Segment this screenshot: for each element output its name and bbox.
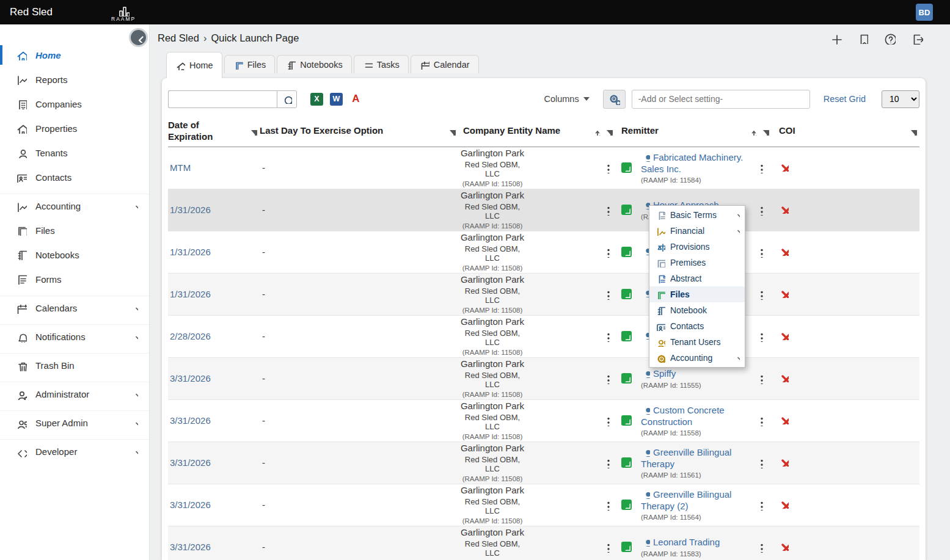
sidebar-item-contacts[interactable]: Contacts [0,165,149,189]
add-button[interactable] [830,32,842,45]
menu-item-financial[interactable]: Financial [649,223,745,239]
company-menu-kebab[interactable] [601,162,612,173]
menu-item-provisions[interactable]: Provisions [649,239,745,255]
coi-missing-icon[interactable] [779,246,789,256]
user-avatar[interactable]: BD [916,4,933,21]
company-menu-kebab[interactable] [601,500,612,511]
menu-item-tenant-users[interactable]: Tenant Users [649,334,745,350]
coi-missing-icon[interactable] [779,162,789,172]
company-menu-kebab[interactable] [601,457,612,468]
remitter-menu-kebab[interactable] [755,457,765,468]
expiration-date-link[interactable]: 1/31/2026 [170,289,211,299]
filter-icon[interactable] [447,127,456,136]
menu-item-abstract[interactable]: Abstract [649,271,745,286]
company-menu-kebab[interactable] [601,373,612,384]
expiration-date-link[interactable]: 1/31/2026 [170,247,211,257]
sidebar-item-notifications[interactable]: Notifications [0,324,149,349]
export-excel-icon[interactable]: X [310,93,323,106]
export-pdf-icon[interactable]: A [349,93,362,106]
filter-icon[interactable] [249,127,257,136]
remitter-link[interactable]: Leonard Trading [641,536,746,548]
sidebar-item-administrator[interactable]: Administrator [0,382,149,406]
expiration-date-link[interactable]: 3/31/2026 [170,500,211,510]
tab-home[interactable]: Home [166,52,222,78]
filter-icon[interactable] [604,127,613,136]
grid-settings-button[interactable] [603,90,626,109]
expiration-date-link[interactable]: 3/31/2026 [170,542,211,552]
menu-item-premises[interactable]: Premises [649,255,745,271]
sidebar-item-tenants[interactable]: Tenants [0,140,149,165]
menu-item-accounting[interactable]: Accounting [649,350,745,366]
company-menu-kebab[interactable] [601,205,612,216]
sidebar-item-notebooks[interactable]: Notebooks [0,242,149,267]
sidebar-item-calendars[interactable]: Calendars [0,296,149,320]
expiration-date-link[interactable]: 3/31/2026 [170,373,211,384]
remitter-link[interactable]: Spiffy [641,368,746,379]
back-button[interactable] [129,28,148,47]
remitter-menu-kebab[interactable] [755,331,765,342]
coi-missing-icon[interactable] [779,457,789,467]
expiration-date-link[interactable]: 3/31/2026 [170,457,211,468]
sidebar-item-forms[interactable]: Forms [0,267,149,291]
expiration-date-link[interactable]: 1/31/2026 [170,205,211,215]
sidebar-item-properties[interactable]: Properties [0,116,149,140]
export-word-icon[interactable]: W [330,93,343,106]
coi-missing-icon[interactable] [779,541,789,551]
menu-item-notebook[interactable]: Notebook [649,302,745,318]
remitter-menu-kebab[interactable] [755,162,765,173]
company-menu-kebab[interactable] [601,289,612,300]
sidebar-item-files[interactable]: Files [0,218,149,242]
menu-item-contacts[interactable]: Contacts [649,318,745,334]
search-input[interactable] [168,90,277,108]
company-menu-kebab[interactable] [601,331,612,342]
filter-icon[interactable] [761,127,769,136]
remitter-link[interactable]: Fabricated Machinery. Sales Inc. [641,151,746,175]
coi-missing-icon[interactable] [779,499,789,509]
remitter-menu-kebab[interactable] [755,205,765,216]
breadcrumb-root[interactable]: Red Sled [158,32,199,44]
help-button[interactable] [883,32,896,45]
remitter-menu-kebab[interactable] [755,415,765,426]
logout-button[interactable] [911,32,923,45]
sidebar-item-developer[interactable]: Developer [0,439,149,464]
company-menu-kebab[interactable] [601,542,612,553]
company-menu-kebab[interactable] [601,415,612,426]
remitter-menu-kebab[interactable] [755,542,765,553]
company-menu-kebab[interactable] [601,247,612,258]
filter-icon[interactable] [908,127,917,136]
reset-grid-link[interactable]: Reset Grid [824,94,866,104]
sidebar-item-accounting[interactable]: Accounting [0,194,149,218]
menu-item-basic-terms[interactable]: Basic Terms [649,207,745,223]
columns-dropdown[interactable]: Columns [544,94,589,104]
page-size-select[interactable]: 10 [882,90,919,108]
coi-missing-icon[interactable] [779,288,789,298]
sidebar-item-reports[interactable]: Reports [0,67,149,92]
sidebar-item-companies[interactable]: Companies [0,92,149,116]
expiration-date-link[interactable]: 2/28/2026 [170,331,211,341]
coi-missing-icon[interactable] [779,204,789,214]
remitter-menu-kebab[interactable] [755,289,765,300]
remitter-link[interactable]: Greenville Bilingual Therapy (2) [641,489,746,512]
tab-calendar[interactable]: Calendar [411,55,479,73]
expiration-date-link[interactable]: 3/31/2026 [170,415,211,426]
coi-missing-icon[interactable] [779,373,789,382]
remitter-menu-kebab[interactable] [755,373,765,384]
remitter-link[interactable]: Custom Concrete Construction [641,404,746,427]
coi-missing-icon[interactable] [779,330,789,340]
tab-files[interactable]: Files [224,55,276,73]
sidebar-item-trash-bin[interactable]: Trash Bin [0,353,149,377]
search-button[interactable] [277,90,297,108]
tab-notebooks[interactable]: Notebooks [277,55,351,73]
coi-missing-icon[interactable] [779,415,789,424]
sort-icon[interactable] [592,127,601,136]
tab-tasks[interactable]: Tasks [354,55,409,73]
remitter-menu-kebab[interactable] [755,500,765,511]
sidebar-item-super-admin[interactable]: Super Admin [0,410,149,435]
remitter-menu-kebab[interactable] [755,247,765,258]
sort-icon[interactable] [748,127,757,136]
sidebar-item-home[interactable]: Home [0,43,149,67]
grid-setting-input[interactable] [632,90,810,109]
expiration-date-link[interactable]: MTM [170,162,191,173]
remitter-link[interactable]: Greenville Bilingual Therapy [641,446,746,470]
bookmark-button[interactable] [857,33,868,44]
